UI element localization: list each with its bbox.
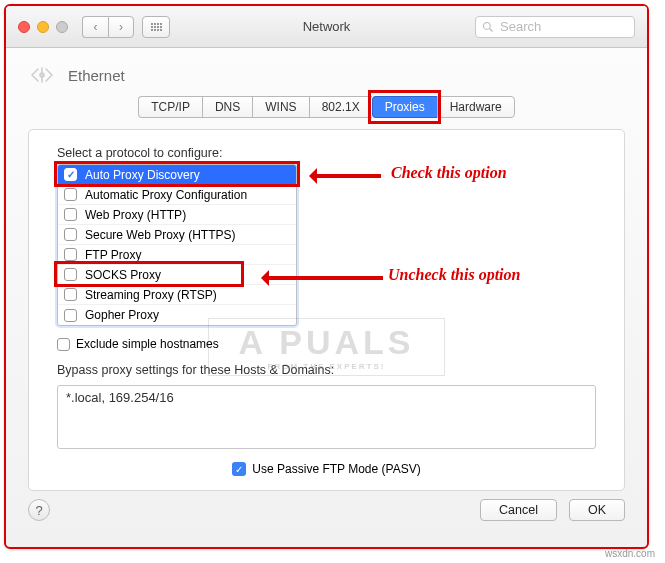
search-icon xyxy=(482,21,494,33)
ethernet-icon xyxy=(28,64,56,86)
bypass-textarea[interactable] xyxy=(57,385,596,449)
breadcrumb-label: Ethernet xyxy=(68,67,125,84)
dialog-footer: ? Cancel OK xyxy=(6,491,647,535)
checkbox-streaming-proxy[interactable] xyxy=(64,288,77,301)
protocol-list[interactable]: Auto Proxy Discovery Automatic Proxy Con… xyxy=(57,164,297,326)
protocol-label: Gopher Proxy xyxy=(85,308,159,322)
tab-8021x[interactable]: 802.1X xyxy=(309,96,372,118)
question-icon: ? xyxy=(35,503,42,518)
protocol-web-proxy[interactable]: Web Proxy (HTTP) xyxy=(58,205,296,225)
protocol-auto-discovery[interactable]: Auto Proxy Discovery xyxy=(58,165,296,185)
tab-tcpip[interactable]: TCP/IP xyxy=(138,96,202,118)
site-credit: wsxdn.com xyxy=(605,548,655,559)
tab-hardware[interactable]: Hardware xyxy=(437,96,515,118)
protocol-secure-web-proxy[interactable]: Secure Web Proxy (HTTPS) xyxy=(58,225,296,245)
show-all-button[interactable] xyxy=(142,16,170,38)
protocol-gopher-proxy[interactable]: Gopher Proxy xyxy=(58,305,296,325)
protocol-label: Secure Web Proxy (HTTPS) xyxy=(85,228,235,242)
checkbox-socks-proxy[interactable] xyxy=(64,268,77,281)
back-button[interactable]: ‹ xyxy=(82,16,108,38)
protocol-label: Automatic Proxy Configuration xyxy=(85,188,247,202)
checkbox-exclude-hostnames[interactable] xyxy=(57,338,70,351)
nav-buttons: ‹ › xyxy=(82,16,134,38)
exclude-hostnames-label: Exclude simple hostnames xyxy=(76,337,219,351)
window-frame: ‹ › Network Search Ethernet TCP/IP xyxy=(4,4,649,549)
titlebar: ‹ › Network Search xyxy=(6,6,647,48)
bypass-label: Bypass proxy settings for these Hosts & … xyxy=(57,363,596,377)
svg-line-1 xyxy=(490,28,493,31)
help-button[interactable]: ? xyxy=(28,499,50,521)
minimize-window-button[interactable] xyxy=(37,21,49,33)
protocol-label: Streaming Proxy (RTSP) xyxy=(85,288,217,302)
cancel-button[interactable]: Cancel xyxy=(480,499,557,521)
ok-button[interactable]: OK xyxy=(569,499,625,521)
pasv-row[interactable]: ✓ Use Passive FTP Mode (PASV) xyxy=(57,462,596,476)
window-title: Network xyxy=(303,19,351,34)
protocol-socks-proxy[interactable]: SOCKS Proxy xyxy=(58,265,296,285)
tab-wins[interactable]: WINS xyxy=(252,96,308,118)
checkbox-auto-config[interactable] xyxy=(64,188,77,201)
checkbox-pasv[interactable]: ✓ xyxy=(232,462,246,476)
select-protocol-label: Select a protocol to configure: xyxy=(57,146,596,160)
exclude-hostnames-row[interactable]: Exclude simple hostnames xyxy=(57,337,596,351)
protocol-ftp-proxy[interactable]: FTP Proxy xyxy=(58,245,296,265)
protocol-auto-config[interactable]: Automatic Proxy Configuration xyxy=(58,185,296,205)
checkbox-secure-web-proxy[interactable] xyxy=(64,228,77,241)
protocol-streaming-proxy[interactable]: Streaming Proxy (RTSP) xyxy=(58,285,296,305)
chevron-left-icon: ‹ xyxy=(94,20,98,34)
search-placeholder: Search xyxy=(500,19,541,34)
chevron-right-icon: › xyxy=(119,20,123,34)
breadcrumb: Ethernet xyxy=(6,48,647,92)
close-window-button[interactable] xyxy=(18,21,30,33)
checkbox-web-proxy[interactable] xyxy=(64,208,77,221)
protocol-label: SOCKS Proxy xyxy=(85,268,161,282)
grid-icon xyxy=(151,23,162,31)
protocol-label: Auto Proxy Discovery xyxy=(85,168,200,182)
search-field[interactable]: Search xyxy=(475,16,635,38)
checkbox-gopher-proxy[interactable] xyxy=(64,309,77,322)
zoom-window-button[interactable] xyxy=(56,21,68,33)
svg-point-0 xyxy=(484,22,491,29)
tab-bar: TCP/IP DNS WINS 802.1X Proxies Hardware xyxy=(6,96,647,118)
window-controls xyxy=(18,21,68,33)
pasv-label: Use Passive FTP Mode (PASV) xyxy=(252,462,420,476)
tab-proxies[interactable]: Proxies xyxy=(372,96,437,118)
proxies-panel: Select a protocol to configure: Auto Pro… xyxy=(28,129,625,491)
checkbox-ftp-proxy[interactable] xyxy=(64,248,77,261)
protocol-label: Web Proxy (HTTP) xyxy=(85,208,186,222)
checkbox-auto-discovery[interactable] xyxy=(64,168,77,181)
forward-button[interactable]: › xyxy=(108,16,134,38)
protocol-label: FTP Proxy xyxy=(85,248,141,262)
tab-dns[interactable]: DNS xyxy=(202,96,252,118)
